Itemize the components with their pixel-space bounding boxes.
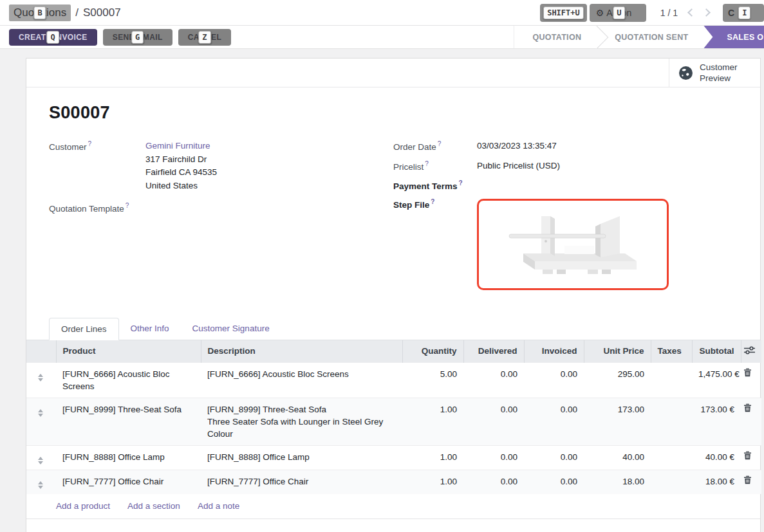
field-order-date: Order Date? 03/03/2023 13:35:47 — [393, 140, 738, 153]
pager-previous-icon[interactable] — [687, 8, 696, 17]
order-lines-table: ProductDescriptionQuantityDeliveredInvoi… — [26, 340, 761, 494]
cancel-button[interactable]: CANCELZ — [178, 29, 231, 46]
breadcrumb-separator: / — [75, 6, 79, 19]
pager-next-icon[interactable] — [702, 8, 711, 17]
line-add-links: Add a productAdd a sectionAdd a note — [26, 494, 760, 519]
gear-icon: ⚙ — [596, 8, 604, 17]
description-cell[interactable]: [FURN_6666] Acoustic Bloc Screens — [201, 362, 402, 398]
description-line: [FURN_7777] Office Chair — [207, 475, 396, 488]
unit-price-cell[interactable]: 40.00 — [584, 445, 651, 470]
optional-columns-header — [741, 340, 761, 363]
delete-line-button[interactable] — [743, 403, 752, 412]
add-a-product-link[interactable]: Add a product — [56, 501, 110, 511]
keyboard-hint-overlay: U — [613, 6, 625, 19]
payment-terms-label: Payment Terms? — [393, 179, 477, 191]
delivered-cell[interactable]: 0.00 — [463, 362, 524, 398]
breadcrumb-parent-link[interactable]: Quotations B — [9, 5, 71, 21]
invoiced-cell[interactable]: 0.00 — [524, 362, 584, 398]
quantity-cell[interactable]: 1.00 — [402, 445, 463, 470]
description-cell[interactable]: [FURN_7777] Office Chair — [201, 470, 402, 494]
quantity-cell[interactable]: 1.00 — [402, 470, 463, 494]
trash-icon — [743, 368, 752, 377]
keyboard-hint-overlay: B — [33, 6, 46, 19]
order-line-row[interactable]: [FURN_6666] Acoustic Bloc Screens[FURN_6… — [26, 362, 761, 398]
drag-handle-icon[interactable] — [38, 455, 43, 464]
action-menu-button[interactable]: ⚙ Action U — [590, 4, 646, 22]
order-line-row[interactable]: [FURN_7777] Office Chair[FURN_7777] Offi… — [26, 470, 761, 494]
column-header-delivered[interactable]: Delivered — [463, 340, 524, 363]
tab-order-lines[interactable]: Order Lines — [49, 318, 119, 340]
field-pricelist: Pricelist? Public Pricelist (USD) — [393, 160, 738, 173]
pricelist-value[interactable]: Public Pricelist (USD) — [477, 160, 560, 173]
status-step-quotation[interactable]: QUOTATION — [514, 26, 597, 48]
product-cell[interactable]: [FURN_8888] Office Lamp — [56, 445, 201, 470]
keyboard-hint-overlay: SHIFT+U — [543, 6, 584, 19]
delete-line-cell — [741, 398, 761, 445]
invoiced-cell[interactable]: 0.00 — [524, 470, 584, 494]
customer-link[interactable]: Gemini Furniture — [145, 141, 210, 151]
customer-address-line: United States — [145, 179, 217, 193]
invoiced-cell[interactable]: 0.00 — [524, 445, 584, 470]
create-invoice-button[interactable]: CREATE INVOICEQ — [9, 29, 97, 46]
delivered-cell[interactable]: 0.00 — [463, 445, 524, 470]
column-header-invoiced[interactable]: Invoiced — [524, 340, 584, 363]
quantity-cell[interactable]: 5.00 — [402, 362, 463, 398]
delivered-cell[interactable]: 0.00 — [463, 470, 524, 494]
product-cell[interactable]: [FURN_6666] Acoustic Bloc Screens — [56, 362, 201, 398]
delete-line-button[interactable] — [743, 368, 752, 377]
quantity-cell[interactable]: 1.00 — [402, 398, 463, 445]
delivered-cell[interactable]: 0.00 — [463, 398, 524, 445]
add-a-note-link[interactable]: Add a note — [198, 501, 239, 511]
taxes-cell[interactable] — [651, 362, 692, 398]
column-header-taxes[interactable]: Taxes — [651, 340, 692, 363]
order-line-row[interactable]: [FURN_8999] Three-Seat Sofa[FURN_8999] T… — [26, 398, 761, 445]
delete-line-button[interactable] — [743, 451, 752, 460]
status-step-sales-order[interactable]: SALES ORDER — [703, 26, 764, 48]
unit-price-cell[interactable]: 18.00 — [584, 470, 651, 494]
product-cell[interactable]: [FURN_8999] Three-Seat Sofa — [56, 398, 201, 445]
pricelist-label: Pricelist? — [393, 160, 477, 173]
tab-customer-signature[interactable]: Customer Signature — [181, 318, 281, 340]
unit-price-cell[interactable]: 173.00 — [584, 398, 651, 445]
field-quotation-template[interactable]: Quotation Template? — [49, 201, 393, 214]
tab-other-info[interactable]: Other Info — [119, 318, 181, 340]
status-step-quotation-sent[interactable]: QUOTATION SENT — [597, 26, 703, 48]
subtotal-cell: 18.00 € — [692, 470, 741, 494]
column-header-quantity[interactable]: Quantity — [402, 340, 463, 363]
taxes-cell[interactable] — [651, 445, 692, 470]
customer-label: Customer? — [49, 140, 145, 192]
help-icon: ? — [438, 140, 442, 147]
product-cell[interactable]: [FURN_7777] Office Chair — [56, 470, 201, 494]
corner-hinted-button[interactable]: C I — [723, 4, 764, 22]
subtotal-cell: 173.00 € — [692, 398, 741, 445]
drag-handle-icon[interactable] — [38, 479, 43, 489]
step-file-label: Step File? — [393, 197, 477, 290]
subtotal-cell: 40.00 € — [692, 445, 741, 470]
order-date-value[interactable]: 03/03/2023 13:35:47 — [477, 140, 557, 153]
column-header-subtotal[interactable]: Subtotal — [692, 340, 741, 363]
order-line-row[interactable]: [FURN_8888] Office Lamp[FURN_8888] Offic… — [26, 445, 761, 470]
sale-order-sheet: Customer Preview S00007 Customer? Gemini… — [26, 58, 761, 532]
delete-line-button[interactable] — [743, 475, 752, 484]
column-header-description[interactable]: Description — [201, 340, 402, 363]
drag-handle-icon[interactable] — [38, 372, 43, 381]
column-header-unit-price[interactable]: Unit Price — [584, 340, 651, 363]
description-line: [FURN_8888] Office Lamp — [207, 451, 396, 463]
step-file-preview-frame[interactable] — [477, 199, 669, 290]
description-cell[interactable]: [FURN_8888] Office Lamp — [201, 445, 402, 470]
shortcut-hinted-button[interactable]: SHIFT+U — [540, 4, 587, 22]
send-email-button[interactable]: SEND EMAILG — [103, 29, 172, 46]
drag-handle-icon[interactable] — [38, 407, 43, 417]
customer-preview-button[interactable]: Customer Preview — [669, 59, 760, 87]
unit-price-cell[interactable]: 295.00 — [584, 362, 651, 398]
optional-columns-button[interactable] — [744, 346, 755, 354]
taxes-cell[interactable] — [651, 470, 692, 494]
help-icon: ? — [425, 160, 429, 167]
action-buttons: CREATE INVOICEQSEND EMAILGCANCELZ — [9, 29, 237, 46]
action-bar: CREATE INVOICEQSEND EMAILGCANCELZ QUOTAT… — [0, 26, 764, 49]
add-a-section-link[interactable]: Add a section — [127, 501, 180, 511]
description-cell[interactable]: [FURN_8999] Three-Seat SofaThree Seater … — [201, 398, 402, 445]
invoiced-cell[interactable]: 0.00 — [524, 398, 584, 445]
column-header-product[interactable]: Product — [56, 340, 201, 363]
taxes-cell[interactable] — [651, 398, 692, 445]
